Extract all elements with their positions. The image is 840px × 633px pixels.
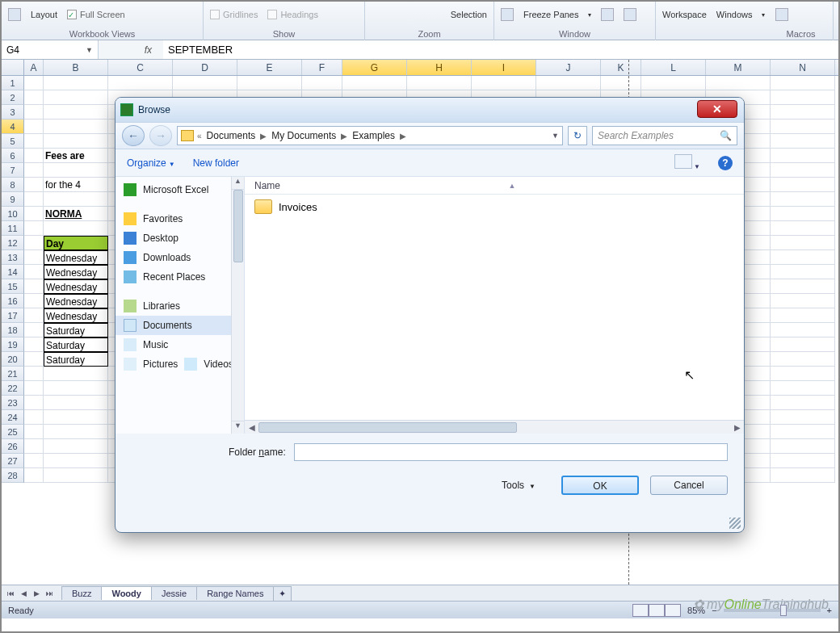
col-header-B[interactable]: B bbox=[44, 60, 108, 75]
cell[interactable] bbox=[24, 105, 44, 119]
cell[interactable] bbox=[24, 468, 44, 483]
fx-label[interactable]: fx bbox=[99, 44, 163, 56]
refresh-button[interactable]: ↻ bbox=[568, 126, 587, 145]
cancel-button[interactable]: Cancel bbox=[650, 476, 728, 495]
view-layout-icon[interactable] bbox=[649, 604, 665, 617]
cell[interactable] bbox=[771, 352, 835, 367]
cell[interactable] bbox=[472, 76, 536, 90]
cell[interactable] bbox=[771, 367, 835, 381]
help-icon[interactable]: ? bbox=[718, 156, 733, 170]
zoom-thumb[interactable] bbox=[780, 605, 787, 616]
cell[interactable] bbox=[601, 76, 641, 90]
cell[interactable] bbox=[24, 119, 44, 134]
cell[interactable] bbox=[24, 279, 44, 294]
row-header[interactable]: 18 bbox=[2, 323, 24, 337]
scroll-down-icon[interactable]: ▼ bbox=[232, 421, 244, 434]
cell[interactable] bbox=[771, 381, 835, 396]
sheet-tab-rangenames[interactable]: Range Names bbox=[196, 586, 274, 600]
cell[interactable] bbox=[237, 76, 302, 90]
cell[interactable] bbox=[24, 207, 44, 221]
cell[interactable] bbox=[44, 410, 108, 425]
select-all-corner[interactable] bbox=[2, 60, 24, 75]
scroll-thumb[interactable] bbox=[233, 190, 243, 262]
col-header-C[interactable]: C bbox=[108, 60, 173, 75]
cell[interactable] bbox=[24, 76, 44, 90]
resize-grip[interactable] bbox=[729, 518, 741, 529]
cell[interactable] bbox=[771, 119, 835, 134]
cell[interactable] bbox=[771, 454, 835, 468]
crumb-documents[interactable]: Documents bbox=[202, 130, 261, 141]
cell[interactable]: Saturday bbox=[44, 352, 108, 367]
ok-button[interactable]: OK bbox=[561, 476, 639, 495]
cell[interactable] bbox=[771, 250, 835, 265]
cell[interactable] bbox=[24, 294, 44, 308]
name-box[interactable]: G4 ▼ bbox=[2, 40, 99, 59]
macros-icon[interactable] bbox=[775, 8, 788, 21]
cell[interactable] bbox=[771, 308, 835, 323]
cell[interactable] bbox=[771, 265, 835, 279]
row-header[interactable]: 20 bbox=[2, 352, 24, 367]
column-name[interactable]: Name bbox=[254, 180, 280, 191]
cell[interactable]: Saturday bbox=[44, 337, 108, 352]
row-header[interactable]: 15 bbox=[2, 279, 24, 294]
cell[interactable] bbox=[342, 76, 407, 90]
cell[interactable] bbox=[24, 149, 44, 163]
cell[interactable] bbox=[771, 134, 835, 149]
row-header[interactable]: 26 bbox=[2, 439, 24, 454]
crumb-mydocuments[interactable]: My Documents bbox=[267, 130, 341, 141]
col-header-G[interactable]: G bbox=[342, 60, 407, 75]
folder-name-input[interactable] bbox=[294, 443, 728, 461]
scroll-up-icon[interactable]: ▲ bbox=[232, 177, 244, 190]
window-icon-1[interactable] bbox=[601, 8, 614, 21]
sidebar-favorites[interactable]: Favorites bbox=[116, 209, 244, 228]
row-header[interactable]: 19 bbox=[2, 337, 24, 352]
row-header[interactable]: 11 bbox=[2, 221, 24, 236]
cell[interactable]: NORMA bbox=[44, 207, 108, 221]
row-header[interactable]: 16 bbox=[2, 294, 24, 308]
row-header[interactable]: 5 bbox=[2, 134, 24, 149]
cell[interactable] bbox=[24, 352, 44, 367]
sidebar-pictures[interactable]: PicturesVideos bbox=[116, 354, 244, 374]
sheet-tab-woody[interactable]: Woody bbox=[101, 586, 151, 600]
sidebar-desktop[interactable]: Desktop bbox=[116, 228, 244, 248]
cell[interactable] bbox=[44, 425, 108, 439]
cell[interactable] bbox=[771, 294, 835, 308]
cell[interactable] bbox=[44, 134, 108, 149]
hscroll-thumb[interactable] bbox=[258, 422, 517, 433]
row-header[interactable]: 14 bbox=[2, 265, 24, 279]
cell[interactable] bbox=[24, 178, 44, 192]
col-header-M[interactable]: M bbox=[706, 60, 771, 75]
cell[interactable]: for the 4 bbox=[44, 178, 108, 192]
cell[interactable] bbox=[44, 221, 108, 236]
cell[interactable]: Wednesday bbox=[44, 294, 108, 308]
freeze-icon[interactable] bbox=[501, 8, 514, 21]
sidebar-scrollbar[interactable]: ▲ ▼ bbox=[231, 177, 244, 434]
view-mode-dropdown-icon[interactable]: ▼ bbox=[694, 163, 700, 170]
cell[interactable] bbox=[771, 425, 835, 439]
fullscreen-checkbox[interactable]: Full Screen bbox=[67, 10, 125, 19]
cell[interactable] bbox=[771, 439, 835, 454]
cell[interactable] bbox=[771, 337, 835, 352]
organize-button[interactable]: Organize▼ bbox=[127, 157, 175, 169]
cell[interactable] bbox=[24, 90, 44, 105]
cell[interactable] bbox=[24, 192, 44, 207]
cell[interactable] bbox=[24, 323, 44, 337]
col-header-L[interactable]: L bbox=[641, 60, 706, 75]
file-list[interactable]: Name ▲ Invoices ◀ ▶ bbox=[245, 177, 744, 434]
cell[interactable] bbox=[44, 468, 108, 483]
cell[interactable] bbox=[24, 425, 44, 439]
row-header[interactable]: 10 bbox=[2, 207, 24, 221]
cell[interactable]: Saturday bbox=[44, 323, 108, 337]
new-sheet-tab[interactable]: ✦ bbox=[273, 586, 292, 601]
zoom-selection[interactable]: Selection bbox=[451, 10, 487, 19]
gridlines-checkbox[interactable]: Gridlines bbox=[210, 10, 258, 19]
cell[interactable] bbox=[44, 90, 108, 105]
cell[interactable] bbox=[24, 337, 44, 352]
workspace-btn[interactable]: Workspace bbox=[662, 10, 707, 19]
file-list-hscroll[interactable]: ◀ ▶ bbox=[245, 420, 744, 434]
cell[interactable] bbox=[24, 381, 44, 396]
hscroll-left-icon[interactable]: ◀ bbox=[245, 423, 258, 432]
breadcrumb[interactable]: « Documents▶ My Documents▶ Examples▶ ▼ bbox=[177, 126, 563, 145]
row-header[interactable]: 21 bbox=[2, 367, 24, 381]
freeze-panes[interactable]: Freeze Panes bbox=[523, 10, 578, 19]
